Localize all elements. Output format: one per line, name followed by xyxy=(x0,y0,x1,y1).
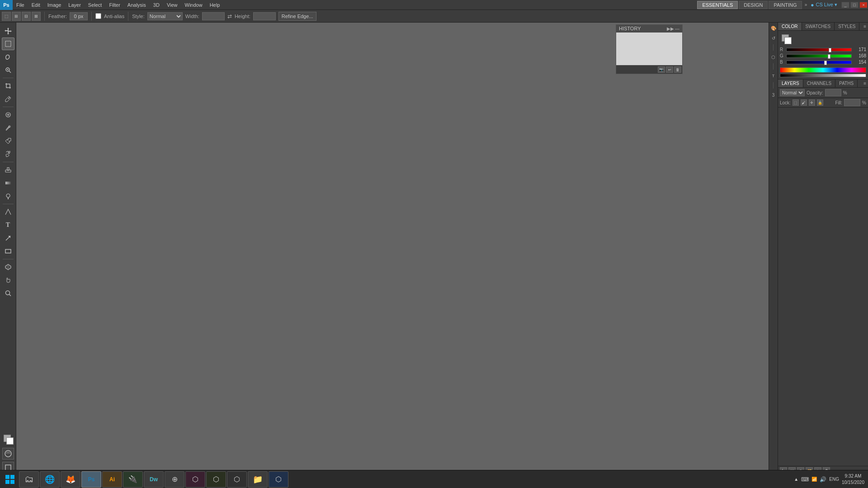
new-selection-btn[interactable]: ⬚ xyxy=(2,12,11,21)
height-input[interactable] xyxy=(253,12,276,20)
eraser-tool[interactable] xyxy=(2,164,14,176)
clone-tool[interactable] xyxy=(2,135,14,147)
menu-file[interactable]: File xyxy=(13,0,28,10)
tray-keyboard-icon[interactable]: ⌨ xyxy=(801,476,809,483)
3d-panel-icon[interactable]: 3 xyxy=(770,91,777,99)
menu-select[interactable]: Select xyxy=(85,0,106,10)
lasso-tool[interactable] xyxy=(2,51,14,63)
history-brush-tool[interactable] xyxy=(2,148,14,160)
intersect-selection-btn[interactable]: ⊠ xyxy=(32,12,41,21)
color-panel-menu-icon[interactable]: ≡ xyxy=(862,23,868,30)
history-delete-btn[interactable]: 🗑 xyxy=(674,66,681,73)
color-spectrum-bar[interactable] xyxy=(780,67,866,73)
minimize-btn[interactable]: _ xyxy=(841,2,849,8)
cs-live-btn[interactable]: ● CS Live ▾ xyxy=(811,2,837,8)
color-background-chip[interactable] xyxy=(784,37,792,44)
swap-dimensions-icon[interactable]: ⇄ xyxy=(227,13,232,19)
tab-design[interactable]: DESIGN xyxy=(739,1,768,9)
lock-transparent-btn[interactable]: ⬚ xyxy=(793,99,799,106)
taskbar-dreamweaver[interactable]: Dw xyxy=(144,471,164,488)
adjust-panel-icon[interactable]: ⬡ xyxy=(770,53,777,61)
taskbar-app7[interactable]: ⊕ xyxy=(165,471,184,488)
quick-select-tool[interactable] xyxy=(2,64,14,76)
layer-mode-select[interactable]: Normal xyxy=(780,89,805,96)
color-grayscale-bar[interactable] xyxy=(780,74,866,77)
taskbar-illustrator[interactable]: Ai xyxy=(102,471,122,488)
feather-input[interactable] xyxy=(70,12,88,20)
menu-filter[interactable]: Filter xyxy=(105,0,123,10)
history-expand-icon[interactable]: ▶▶ xyxy=(667,26,674,31)
dodge-tool[interactable] xyxy=(2,190,14,202)
taskbar-app11[interactable]: ⬡ xyxy=(269,471,288,488)
fill-input[interactable] xyxy=(844,99,860,106)
extend-workspace-icon[interactable]: » xyxy=(805,2,807,7)
layers-panel-menu-icon[interactable]: ≡ xyxy=(862,80,868,87)
taskbar-folder[interactable]: 📁 xyxy=(248,471,268,488)
lock-all-btn[interactable]: 🔒 xyxy=(817,99,823,106)
type-panel-icon[interactable]: T xyxy=(770,72,777,80)
menu-window[interactable]: Window xyxy=(181,0,206,10)
opacity-input[interactable] xyxy=(825,89,841,96)
menu-view[interactable]: View xyxy=(163,0,181,10)
3d-tool[interactable] xyxy=(2,261,14,273)
tray-clock[interactable]: 9:32 AM 10/15/2020 xyxy=(842,473,864,486)
taskbar-greenapp[interactable]: 🔌 xyxy=(123,471,143,488)
menu-3d[interactable]: 3D xyxy=(150,0,163,10)
crop-tool[interactable] xyxy=(2,80,14,92)
history-new-snapshot-btn[interactable]: 📷 xyxy=(658,66,665,73)
g-slider[interactable] xyxy=(786,54,852,58)
antialias-checkbox[interactable] xyxy=(95,13,101,19)
type-tool[interactable]: T xyxy=(2,219,14,231)
tab-essentials[interactable]: ESSENTIALS xyxy=(697,1,738,9)
windows-start-btn[interactable] xyxy=(2,471,18,488)
taskbar-chrome[interactable]: 🌐 xyxy=(40,471,60,488)
taskbar-app9[interactable]: ⬡ xyxy=(206,471,226,488)
menu-help[interactable]: Help xyxy=(206,0,224,10)
quick-mask-btn[interactable] xyxy=(2,448,14,460)
history-close-icon[interactable]: — xyxy=(675,26,679,31)
b-slider[interactable] xyxy=(786,61,852,64)
zoom-tool[interactable] xyxy=(2,287,14,300)
brush-tool[interactable] xyxy=(2,122,14,134)
taskbar-firefox[interactable]: 🦊 xyxy=(61,471,80,488)
tab-color[interactable]: COLOR xyxy=(778,23,802,30)
tab-paths[interactable]: PATHS xyxy=(835,80,858,87)
taskbar-photoshop[interactable]: Ps xyxy=(81,471,101,488)
add-selection-btn[interactable]: ⊞ xyxy=(12,12,21,21)
refine-edge-btn[interactable]: Refine Edge... xyxy=(278,12,316,21)
close-btn[interactable]: × xyxy=(859,2,868,8)
pen-tool[interactable] xyxy=(2,206,14,218)
menu-image[interactable]: Image xyxy=(44,0,65,10)
tray-overflow-icon[interactable]: ▲ xyxy=(794,477,798,482)
shape-tool[interactable] xyxy=(2,245,14,258)
tab-styles[interactable]: STYLES xyxy=(835,23,859,30)
gradient-tool[interactable] xyxy=(2,177,14,189)
taskbar-app10[interactable]: ⬡ xyxy=(227,471,247,488)
lock-position-btn[interactable]: ✛ xyxy=(809,99,815,106)
taskbar-app8[interactable]: ⬡ xyxy=(185,471,205,488)
history-panel-icon[interactable]: ↺ xyxy=(770,34,777,42)
tab-layers[interactable]: LAYERS xyxy=(778,80,803,87)
eyedropper-tool[interactable] xyxy=(2,93,14,105)
taskbar-file-manager[interactable]: 🗂 xyxy=(19,471,39,488)
menu-layer[interactable]: Layer xyxy=(65,0,85,10)
move-tool[interactable] xyxy=(2,24,14,37)
background-color[interactable] xyxy=(6,437,14,445)
tray-network-icon[interactable]: 📶 xyxy=(811,477,817,482)
marquee-tool[interactable] xyxy=(2,38,14,50)
color-panel-icon[interactable]: 🎨 xyxy=(770,24,777,32)
style-select[interactable]: Normal Fixed Ratio Fixed Size xyxy=(147,12,183,20)
r-slider[interactable] xyxy=(786,48,852,52)
subtract-selection-btn[interactable]: ⊟ xyxy=(22,12,31,21)
menu-analysis[interactable]: Analysis xyxy=(124,0,150,10)
lock-image-btn[interactable]: 🖌 xyxy=(801,99,807,106)
tab-painting[interactable]: PAINTING xyxy=(769,1,802,9)
menu-edit[interactable]: Edit xyxy=(28,0,44,10)
width-input[interactable] xyxy=(202,12,225,20)
hand-tool[interactable] xyxy=(2,274,14,286)
path-select-tool[interactable] xyxy=(2,232,14,244)
heal-tool[interactable] xyxy=(2,108,14,121)
tab-channels[interactable]: CHANNELS xyxy=(803,80,835,87)
maximize-btn[interactable]: □ xyxy=(850,2,859,8)
tray-volume-icon[interactable]: 🔊 xyxy=(820,476,826,483)
